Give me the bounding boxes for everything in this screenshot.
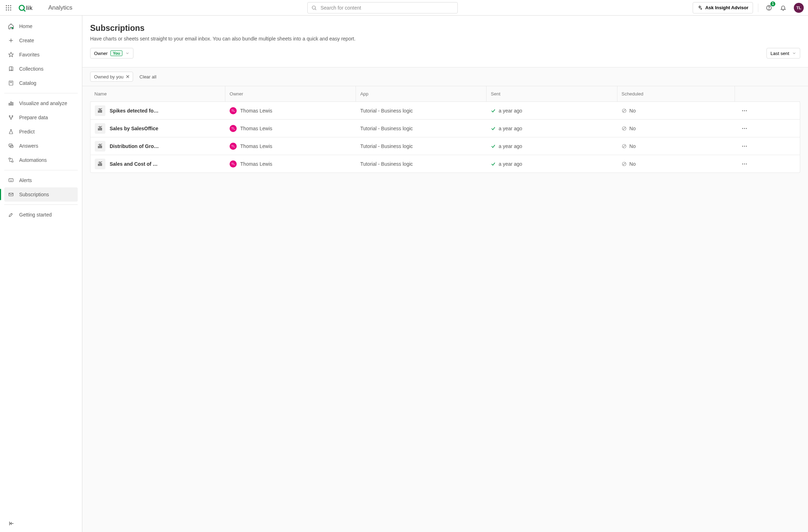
sidebar-item-collections[interactable]: Collections	[4, 62, 78, 76]
bell-icon	[780, 5, 786, 11]
owner-filter-button[interactable]: Owner You	[90, 48, 133, 59]
flask-icon	[8, 129, 14, 135]
table-row[interactable]: Distribution of Gross Pr… TL Thomas Lewi…	[90, 137, 800, 155]
svg-point-12	[312, 6, 315, 9]
sidebar-item-visualize[interactable]: Visualize and analyze	[4, 96, 78, 110]
filter-chip-owned-by-you[interactable]: Owned by you ✕	[90, 72, 133, 82]
sparkleles-icon	[697, 5, 702, 10]
mail-icon	[8, 192, 14, 197]
sidebar-item-automations[interactable]: Automations	[4, 153, 78, 167]
svg-point-2	[10, 5, 11, 6]
svg-rect-47	[98, 128, 99, 130]
table-row[interactable]: Sales and Cost of Sale … TL Thomas Lewis…	[90, 155, 800, 173]
sidebar-item-label: Home	[19, 23, 32, 29]
row-scheduled: No	[630, 143, 636, 149]
sidebar-item-subscriptions[interactable]: Subscriptions	[4, 187, 78, 202]
svg-point-53	[744, 128, 745, 129]
help-button[interactable]: 1	[763, 2, 775, 13]
row-more-button[interactable]	[739, 123, 750, 134]
page-header: Subscriptions Have charts or sheets sent…	[82, 16, 808, 67]
col-header-app[interactable]: App	[356, 86, 487, 102]
sidebar-item-favorites[interactable]: Favorites	[4, 48, 78, 62]
sidebar-item-label: Alerts	[19, 177, 32, 183]
owner-avatar: TL	[230, 143, 237, 150]
sort-label: Last sent	[770, 51, 789, 56]
block-icon	[622, 161, 627, 166]
automation-icon	[8, 157, 14, 163]
table-row[interactable]: Sales by SalesOffice TL Thomas Lewis Tut…	[90, 120, 800, 137]
row-scheduled: No	[630, 161, 636, 167]
sidebar-item-label: Answers	[19, 143, 38, 149]
col-header-name[interactable]: Name	[90, 86, 225, 102]
svg-rect-20	[9, 81, 13, 85]
app-launcher-button[interactable]	[3, 2, 14, 13]
sidebar-item-predict[interactable]: Predict	[4, 125, 78, 139]
page-subtitle: Have charts or sheets sent straight to y…	[90, 36, 800, 42]
svg-rect-31	[9, 158, 10, 159]
collapse-icon	[8, 520, 15, 527]
row-more-button[interactable]	[739, 141, 750, 152]
chart-icon	[95, 141, 105, 152]
col-header-owner[interactable]: Owner	[225, 86, 356, 102]
sidebar-item-label: Prepare data	[19, 115, 48, 120]
sidebar-item-getting-started[interactable]: Getting started	[4, 208, 78, 222]
sidebar-item-answers[interactable]: Answers	[4, 139, 78, 153]
col-header-sent[interactable]: Sent	[487, 86, 617, 102]
sidebar-item-prepare[interactable]: Prepare data	[4, 110, 78, 125]
global-search[interactable]	[307, 2, 458, 13]
svg-marker-19	[9, 52, 13, 57]
table-row[interactable]: Spikes detected for Cos… TL Thomas Lewis…	[90, 102, 800, 120]
svg-rect-23	[9, 103, 10, 105]
sidebar-item-catalog[interactable]: Catalog	[4, 76, 78, 90]
svg-point-8	[10, 9, 11, 10]
sidebar-item-alerts[interactable]: Alerts	[4, 173, 78, 187]
svg-point-3	[6, 7, 7, 8]
clear-all-filters[interactable]: Clear all	[139, 74, 156, 79]
collapse-sidebar-button[interactable]	[6, 519, 16, 528]
svg-point-26	[9, 116, 10, 117]
row-more-button[interactable]	[739, 105, 750, 116]
row-name: Spikes detected for Cos…	[110, 108, 159, 114]
notifications-button[interactable]	[777, 2, 789, 13]
ask-insight-advisor-button[interactable]: Ask Insight Advisor	[693, 2, 753, 13]
svg-point-6	[6, 9, 7, 10]
sidebar-item-home[interactable]: Home	[4, 19, 78, 33]
svg-point-44	[742, 110, 743, 111]
main: Subscriptions Have charts or sheets sent…	[82, 16, 808, 532]
row-app: Tutorial - Business logic	[360, 143, 413, 149]
sidebar: Home Create Favorites Collections	[0, 16, 82, 532]
close-icon[interactable]: ✕	[126, 74, 130, 79]
sidebar-item-label: Catalog	[19, 80, 36, 86]
alert-icon	[8, 177, 14, 183]
svg-rect-57	[101, 146, 102, 148]
sort-button[interactable]: Last sent	[766, 48, 800, 59]
svg-line-51	[623, 127, 625, 130]
search-input[interactable]	[320, 5, 454, 11]
svg-line-59	[623, 145, 625, 147]
col-header-actions	[735, 86, 800, 102]
sidebar-item-label: Visualize and analyze	[19, 100, 67, 106]
plus-icon	[8, 38, 14, 43]
owner-filter-badge: You	[110, 50, 122, 56]
svg-rect-65	[101, 163, 102, 165]
row-sent: a year ago	[499, 161, 522, 167]
svg-point-35	[11, 181, 11, 181]
svg-point-46	[746, 110, 747, 111]
col-header-scheduled[interactable]: Scheduled	[617, 86, 735, 102]
filter-chip-label: Owned by you	[94, 74, 123, 79]
block-icon	[622, 144, 627, 149]
svg-point-54	[746, 128, 747, 129]
sidebar-item-create[interactable]: Create	[4, 33, 78, 48]
row-owner: Thomas Lewis	[240, 126, 272, 131]
row-scheduled: No	[630, 108, 636, 114]
user-avatar[interactable]: TL	[794, 3, 804, 13]
filter-row: Owner You Last sent	[90, 48, 800, 64]
row-more-button[interactable]	[739, 159, 750, 169]
owner-avatar: TL	[230, 160, 237, 168]
row-scheduled: No	[630, 126, 636, 131]
chart-icon	[95, 105, 105, 116]
svg-point-27	[12, 116, 13, 117]
ask-insight-advisor-label: Ask Insight Advisor	[705, 5, 748, 10]
search-icon	[311, 5, 317, 11]
qlik-logo[interactable]: lik	[18, 4, 41, 12]
